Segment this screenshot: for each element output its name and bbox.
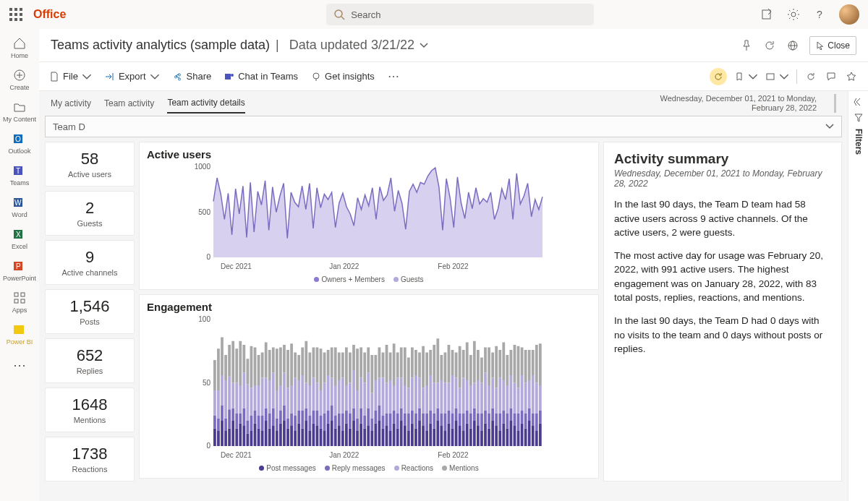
- svg-rect-214: [367, 426, 370, 446]
- svg-rect-201: [352, 345, 355, 370]
- svg-rect-364: [502, 380, 505, 411]
- filters-pane-collapsed[interactable]: Filters: [848, 91, 868, 501]
- rail-home[interactable]: Home: [2, 33, 37, 62]
- refresh-icon[interactable]: [763, 39, 776, 52]
- svg-rect-261: [407, 358, 410, 388]
- tab-team-activity-details[interactable]: Team activity details: [167, 93, 244, 114]
- svg-rect-3: [9, 13, 12, 16]
- kpi-card[interactable]: 652Replies: [45, 338, 135, 383]
- svg-rect-401: [535, 345, 538, 383]
- rail-outlook[interactable]: OOutlook: [2, 129, 37, 158]
- svg-rect-158: [316, 426, 319, 446]
- svg-rect-8: [20, 18, 22, 21]
- rail-excel[interactable]: XExcel: [2, 224, 37, 253]
- svg-rect-348: [488, 385, 490, 414]
- scrollbar-thumb[interactable]: [834, 94, 836, 113]
- rail-word[interactable]: WWord: [2, 192, 37, 221]
- engagement-chart[interactable]: Engagement 050100Dec 2021Jan 2022Feb 202…: [139, 294, 599, 479]
- close-button[interactable]: Close: [809, 36, 856, 55]
- user-avatar[interactable]: [839, 4, 859, 25]
- svg-rect-178: [334, 429, 337, 447]
- view-menu[interactable]: [765, 72, 789, 82]
- svg-rect-108: [268, 380, 271, 414]
- svg-rect-138: [297, 424, 300, 447]
- rail-powerbi[interactable]: Power BI: [2, 320, 37, 348]
- tab-team-activity[interactable]: Team activity: [104, 94, 154, 113]
- svg-rect-59: [224, 419, 227, 432]
- svg-rect-176: [331, 378, 333, 406]
- summary-p1: In the last 90 days, the Team D team had…: [614, 197, 831, 240]
- app-launcher-icon[interactable]: [9, 7, 23, 22]
- svg-rect-399: [535, 414, 538, 432]
- kpi-card[interactable]: 9Active channels: [45, 240, 135, 285]
- rail-powerpoint[interactable]: PPowerPoint: [2, 256, 37, 285]
- svg-rect-91: [254, 411, 257, 424]
- svg-rect-72: [235, 383, 238, 414]
- rail-apps[interactable]: Apps: [2, 288, 37, 317]
- svg-rect-145: [301, 348, 304, 376]
- svg-rect-258: [407, 431, 410, 446]
- rail-mycontent[interactable]: My Content: [2, 97, 37, 126]
- svg-rect-402: [539, 424, 542, 447]
- svg-text:T: T: [16, 167, 20, 175]
- svg-rect-238: [389, 431, 392, 446]
- svg-rect-367: [506, 414, 509, 429]
- svg-rect-286: [433, 429, 435, 447]
- globe-icon[interactable]: [786, 39, 799, 52]
- refresh-viz-icon[interactable]: [804, 70, 817, 83]
- kpi-card[interactable]: 1738Reactions: [45, 437, 135, 481]
- team-selector[interactable]: Team D: [45, 116, 842, 137]
- search-icon: [333, 9, 345, 20]
- svg-rect-11: [762, 10, 770, 19]
- rail-more-icon[interactable]: ⋯: [13, 357, 26, 373]
- kpi-card[interactable]: 58Active users: [45, 142, 135, 187]
- svg-rect-372: [510, 375, 513, 408]
- share-button[interactable]: Share: [173, 71, 212, 82]
- reset-icon[interactable]: [710, 68, 727, 85]
- svg-rect-140: [297, 380, 300, 411]
- svg-rect-77: [239, 341, 242, 385]
- summary-title: Activity summary: [614, 151, 831, 167]
- rail-create[interactable]: Create: [2, 65, 37, 94]
- svg-rect-308: [451, 375, 454, 414]
- active-users-chart[interactable]: Active users 05001000Dec 2021Jan 2022Feb…: [139, 142, 599, 290]
- svg-rect-223: [374, 411, 377, 424]
- svg-rect-394: [532, 426, 535, 446]
- settings-icon[interactable]: [787, 8, 800, 21]
- page-updated[interactable]: Data updated 3/21/22: [289, 38, 414, 53]
- svg-rect-148: [305, 383, 307, 408]
- expand-icon[interactable]: [854, 97, 864, 107]
- bookmark-menu[interactable]: [734, 72, 758, 82]
- file-menu[interactable]: File: [49, 71, 92, 82]
- svg-rect-262: [411, 424, 414, 447]
- svg-rect-135: [294, 416, 297, 431]
- kpi-card[interactable]: 2Guests: [45, 191, 135, 236]
- tab-my-activity[interactable]: My activity: [51, 94, 91, 113]
- kpi-card[interactable]: 1648Mentions: [45, 387, 135, 432]
- svg-rect-207: [359, 408, 362, 424]
- more-icon[interactable]: ⋯: [388, 69, 399, 83]
- insights-button[interactable]: Get insights: [311, 71, 375, 82]
- svg-rect-130: [290, 426, 293, 446]
- svg-rect-333: [473, 341, 476, 383]
- svg-rect-215: [367, 408, 370, 427]
- export-menu[interactable]: Export: [105, 71, 160, 82]
- help-icon[interactable]: ?: [813, 8, 826, 21]
- svg-rect-165: [320, 348, 323, 390]
- pin-icon[interactable]: [740, 39, 753, 52]
- svg-rect-384: [521, 375, 524, 411]
- favorite-icon[interactable]: [845, 70, 858, 83]
- svg-rect-199: [352, 408, 355, 421]
- svg-point-37: [313, 73, 319, 79]
- chevron-down-icon[interactable]: [419, 40, 429, 51]
- task-icon[interactable]: [761, 8, 774, 21]
- kpi-card[interactable]: 1,546Posts: [45, 289, 135, 334]
- rail-teams[interactable]: TTeams: [2, 160, 37, 189]
- svg-rect-350: [491, 421, 494, 446]
- svg-rect-116: [276, 390, 278, 419]
- comment-icon[interactable]: [825, 70, 838, 83]
- svg-rect-146: [305, 421, 307, 446]
- svg-text:1000: 1000: [195, 163, 211, 171]
- chat-teams-button[interactable]: Chat in Teams: [224, 71, 298, 82]
- search-box[interactable]: Search: [326, 4, 594, 25]
